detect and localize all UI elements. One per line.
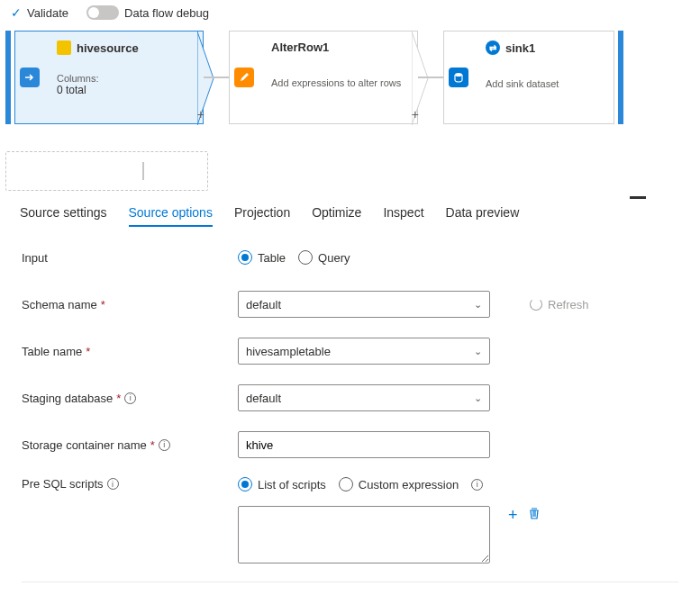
input-query-radio[interactable]: Query [298,250,350,265]
schema-label: Schema name [22,298,97,311]
debug-label: Data flow debug [124,6,209,20]
info-icon[interactable]: i [124,392,136,404]
alter-icon [230,32,259,123]
input-label: Input [22,251,238,265]
columns-label: Columns: [57,73,192,84]
schema-select[interactable]: default ⌄ [238,291,490,318]
info-icon[interactable]: i [159,439,170,451]
table-select[interactable]: hivesampletable ⌄ [238,338,490,365]
validate-label: Validate [27,6,68,20]
check-icon: ✓ [11,5,22,20]
refresh-button[interactable]: Refresh [530,298,589,311]
presql-custom-radio[interactable]: Custom expression [339,477,459,491]
node-source-title: hivesource [77,41,139,55]
delete-script-button[interactable] [527,506,541,525]
drag-handle-icon [142,162,144,180]
tab-inspect[interactable]: Inspect [383,200,423,227]
debug-toggle[interactable]: Data flow debug [86,5,209,20]
node-sink-hint: Add sink dataset [486,78,603,89]
node-alterrow1[interactable]: AlterRow1 Add expressions to alter rows … [229,31,418,124]
tab-optimize[interactable]: Optimize [312,200,361,227]
canvas-end-bar [618,31,623,124]
tab-source-settings[interactable]: Source settings [20,200,107,227]
drop-zone[interactable] [5,151,208,191]
toggle-icon [86,5,119,20]
node-alter-hint: Add expressions to alter rows [271,77,406,88]
validate-button[interactable]: ✓ Validate [11,5,68,20]
separator [22,581,678,582]
container-label: Storage container name [22,438,147,452]
node-sink1[interactable]: ⇄ sink1 Add sink dataset [443,31,614,124]
add-script-button[interactable]: + [508,506,518,525]
canvas-start-bar [5,31,11,124]
sink-icon: ⇄ [486,41,500,55]
node-alter-title: AlterRow1 [271,41,329,54]
hive-icon [57,41,71,55]
container-input[interactable] [238,431,490,458]
add-after-source[interactable]: + [197,107,205,122]
table-label: Table name [22,345,82,358]
add-after-alter[interactable]: + [412,107,419,122]
source-icon [15,32,44,123]
sink-icon-badge [444,32,473,123]
info-icon[interactable]: i [107,478,119,490]
refresh-icon [530,298,542,311]
presql-list-radio[interactable]: List of scripts [238,477,326,491]
node-sink-title: sink1 [505,41,535,55]
tab-projection[interactable]: Projection [234,200,290,227]
presql-label: Pre SQL scripts [22,477,104,491]
tab-source-options[interactable]: Source options [129,200,213,227]
staging-label: Staging database [22,392,113,405]
chevron-down-icon: ⌄ [474,299,482,311]
tabs: Source settings Source options Projectio… [0,196,700,227]
info-icon[interactable]: i [471,479,483,491]
input-table-radio[interactable]: Table [238,250,286,265]
tab-data-preview[interactable]: Data preview [446,200,520,227]
columns-count: 0 total [57,84,192,96]
node-hivesource[interactable]: hivesource Columns: 0 total + [14,31,204,124]
chevron-down-icon: ⌄ [474,346,482,357]
svg-point-2 [455,73,462,77]
dataflow-canvas[interactable]: hivesource Columns: 0 total + AlterRow1 … [0,25,700,196]
staging-select[interactable]: default ⌄ [238,384,490,411]
presql-textarea[interactable] [238,506,490,563]
preview-indicator [630,196,646,199]
chevron-down-icon: ⌄ [474,392,482,404]
